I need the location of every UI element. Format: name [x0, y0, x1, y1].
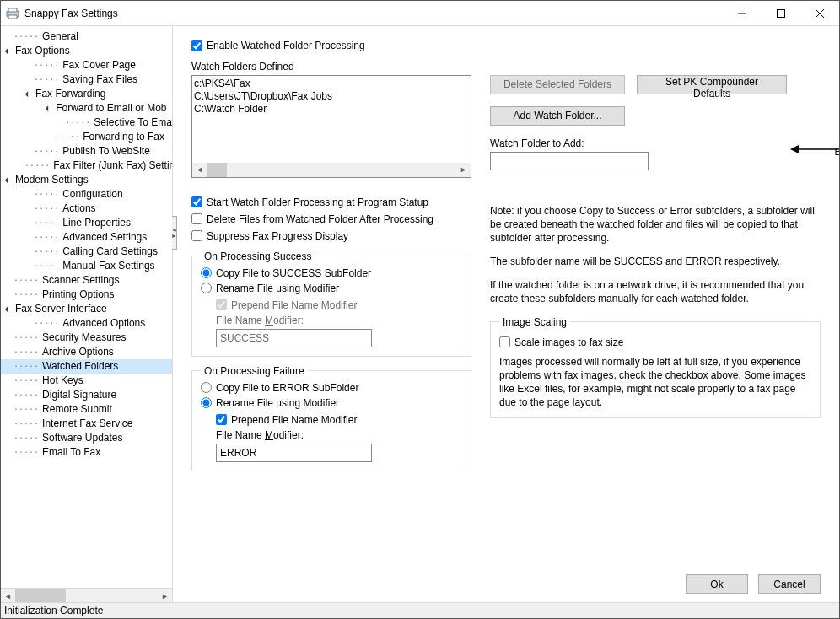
tree-item[interactable]: ·····Actions	[1, 202, 172, 216]
tree-toggle-icon[interactable]	[23, 87, 32, 101]
tree-item[interactable]: ·····Software Updates	[1, 431, 172, 445]
scroll-left-button[interactable]: ◄	[1, 589, 15, 602]
watch-folders-listbox[interactable]: c:\PKS4\FaxC:\Users\JT\Dropbox\Fax JobsC…	[191, 75, 471, 178]
tree-toggle-icon[interactable]	[3, 302, 12, 316]
scroll-thumb[interactable]	[207, 163, 227, 177]
tree-item-label: Fax Forwarding	[34, 87, 105, 101]
folder-list-item[interactable]: c:\PKS4\Fax	[194, 78, 469, 90]
ok-button[interactable]: Ok	[686, 574, 748, 594]
tree-toggle-icon[interactable]	[3, 44, 12, 58]
delete-after-processing-checkbox[interactable]: Delete Files from Watched Folder After P…	[191, 213, 471, 225]
suppress-progress-checkbox[interactable]: Suppress Fax Progress Display	[191, 230, 471, 242]
tree-item[interactable]: ·····Archive Options	[1, 345, 172, 359]
tree-item[interactable]: ·····Calling Card Settings	[1, 245, 172, 259]
tree-item[interactable]: ·····General	[1, 30, 172, 44]
note-subfolder-names: The subfolder name will be SUCCESS and E…	[490, 255, 821, 268]
success-copy-radio[interactable]: Copy File to SUCCESS SubFolder	[201, 267, 462, 279]
svg-rect-1	[8, 8, 17, 12]
tree-item[interactable]: ·····Advanced Settings	[1, 230, 172, 245]
tree-item[interactable]: ·····Printing Options	[1, 288, 172, 302]
enable-watched-folder-input[interactable]	[191, 40, 202, 51]
scroll-left-button[interactable]: ◄	[192, 163, 207, 177]
folder-list-item[interactable]: C:\Watch Folder	[194, 103, 469, 116]
failure-rename-radio[interactable]: Rename File using Modifier	[201, 397, 462, 409]
tree-item-label: Line Properties	[61, 216, 131, 230]
delete-after-processing-input[interactable]	[191, 213, 202, 224]
success-prepend-checkbox: Prepend File Name Modifier	[216, 299, 462, 311]
tree-item[interactable]: ·····Hot Keys	[1, 374, 172, 388]
svg-rect-2	[8, 15, 17, 19]
tree-item[interactable]: ·····Advanced Options	[1, 316, 172, 331]
tree-item-label: Forward to Email or Mob	[54, 101, 166, 116]
add-watch-folder-button[interactable]: Add Watch Folder...	[490, 106, 625, 126]
tree-item[interactable]: ·····Scanner Settings	[1, 273, 172, 288]
tree-item[interactable]: ·····Fax Cover Page	[1, 58, 172, 73]
tree-item[interactable]: ·····Configuration	[1, 187, 172, 202]
tree-item[interactable]: Fax Forwarding	[1, 87, 172, 101]
tree-item[interactable]: ·····Email To Fax	[1, 445, 172, 460]
tree-item-label: Fax Cover Page	[61, 58, 136, 73]
tree-item[interactable]: ·····Manual Fax Settings	[1, 259, 172, 273]
failure-prepend-checkbox[interactable]: Prepend File Name Modifier	[216, 414, 462, 426]
tree-item[interactable]: ·····Forwarding to Fax	[1, 130, 172, 144]
scroll-right-button[interactable]: ►	[456, 163, 471, 177]
success-modifier-label: File Name Modifier:	[216, 315, 462, 326]
settings-tree[interactable]: ·····GeneralFax Options ·····Fax Cover P…	[1, 26, 172, 588]
tree-item-label: Actions	[61, 202, 95, 216]
tree-item[interactable]: ·····Saving Fax Files	[1, 73, 172, 87]
tree-item[interactable]: ·····Remote Submit	[1, 402, 172, 417]
tree-item[interactable]: ·····Digital Signature	[1, 388, 172, 402]
start-at-startup-label: Start Watch Folder Processing at Program…	[207, 196, 428, 208]
minimize-button[interactable]	[723, 1, 762, 26]
failure-modifier-label: File Name Modifier:	[216, 429, 462, 441]
success-copy-input[interactable]	[201, 267, 212, 278]
tree-toggle-icon[interactable]	[43, 101, 52, 116]
failure-modifier-input[interactable]	[216, 444, 372, 462]
cancel-button[interactable]: Cancel	[758, 574, 821, 594]
tree-item[interactable]: Forward to Email or Mob	[1, 101, 172, 116]
success-rename-radio[interactable]: Rename File using Modifier	[201, 283, 462, 294]
tree-item[interactable]: ·····Watched Folders	[1, 359, 172, 374]
tree-horizontal-scrollbar[interactable]: ◄ ►	[1, 588, 172, 602]
scale-images-help: Images processed will normally be left a…	[499, 355, 811, 410]
scroll-right-button[interactable]: ►	[158, 589, 172, 602]
tree-item[interactable]: ·····Fax Filter (Junk Fax) Settin	[1, 159, 172, 173]
success-rename-input[interactable]	[201, 283, 212, 293]
failure-prepend-input[interactable]	[216, 414, 227, 425]
close-button[interactable]	[800, 1, 839, 26]
tree-item[interactable]: Modem Settings	[1, 173, 172, 187]
app-icon	[6, 7, 19, 20]
folder-list-item[interactable]: C:\Users\JT\Dropbox\Fax Jobs	[194, 90, 469, 103]
start-at-startup-input[interactable]	[191, 196, 202, 207]
tree-item[interactable]: ·····Line Properties	[1, 216, 172, 230]
scale-images-checkbox[interactable]: Scale images to fax size	[499, 336, 811, 348]
tree-item-label: Email To Fax	[40, 445, 100, 460]
enable-watched-folder-checkbox[interactable]: Enable Watched Folder Processing	[191, 40, 365, 51]
listbox-horizontal-scrollbar[interactable]: ◄ ►	[192, 163, 471, 177]
tree-item-label: Fax Server Interface	[13, 302, 107, 316]
watch-folder-to-add-input[interactable]	[490, 152, 649, 170]
tree-item[interactable]: ·····Internet Fax Service	[1, 417, 172, 431]
failure-copy-radio[interactable]: Copy File to ERROR SubFolder	[201, 382, 462, 394]
failure-copy-input[interactable]	[201, 382, 212, 393]
failure-rename-input[interactable]	[201, 397, 212, 408]
scale-images-input[interactable]	[499, 336, 510, 347]
tree-item[interactable]: Fax Server Interface	[1, 302, 172, 316]
delete-selected-folders-button[interactable]: Delete Selected Folders	[490, 75, 625, 94]
tree-item-label: Publish To WebSite	[61, 144, 150, 159]
set-pk-compounder-defaults-button[interactable]: Set PK Compounder Defaults	[637, 75, 787, 94]
tree-item-label: Selective To Email or	[92, 116, 172, 130]
tree-item[interactable]: Fax Options	[1, 44, 172, 58]
tree-item[interactable]: ·····Publish To WebSite	[1, 144, 172, 159]
maximize-button[interactable]	[762, 1, 800, 26]
tree-item-label: Calling Card Settings	[61, 245, 158, 259]
scale-images-label: Scale images to fax size	[514, 336, 623, 348]
start-at-startup-checkbox[interactable]: Start Watch Folder Processing at Program…	[191, 196, 471, 208]
on-success-group: On Processing Success Copy File to SUCCE…	[191, 250, 471, 357]
suppress-progress-input[interactable]	[191, 230, 202, 241]
scroll-thumb[interactable]	[15, 589, 66, 602]
svg-rect-4	[778, 9, 785, 17]
tree-item[interactable]: ·····Security Measures	[1, 331, 172, 345]
tree-toggle-icon[interactable]	[3, 173, 12, 187]
tree-item[interactable]: ·····Selective To Email or	[1, 116, 172, 130]
